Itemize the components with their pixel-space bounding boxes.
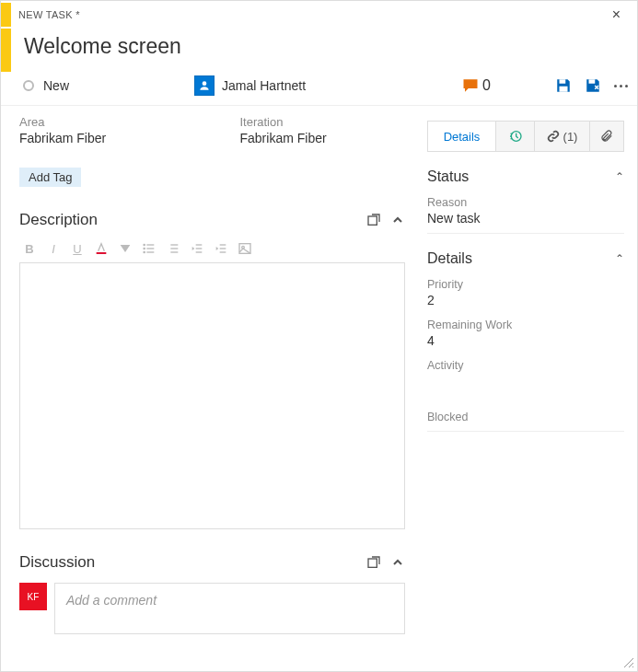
tab-details[interactable]: Details bbox=[428, 122, 496, 151]
discussion-title: Discussion bbox=[19, 553, 95, 572]
tab-attachments[interactable] bbox=[590, 122, 623, 151]
work-item-type-label: NEW TASK * bbox=[11, 6, 87, 24]
bold-icon[interactable]: B bbox=[21, 240, 38, 257]
comments-count[interactable]: 0 bbox=[462, 77, 491, 94]
info-bar: New Jamal Hartnett 0 bbox=[1, 72, 637, 106]
font-color-icon[interactable] bbox=[93, 240, 110, 257]
discussion-header: Discussion bbox=[19, 553, 405, 572]
svg-rect-15 bbox=[196, 244, 203, 245]
blocked-label: Blocked bbox=[427, 411, 624, 423]
area-value: Fabrikam Fiber bbox=[19, 131, 185, 145]
chevron-up-icon[interactable]: ⌃ bbox=[615, 170, 624, 183]
actions-toolbar bbox=[555, 77, 637, 94]
comment-input[interactable]: Add a comment bbox=[54, 583, 405, 634]
svg-point-10 bbox=[143, 251, 145, 254]
svg-rect-23 bbox=[368, 559, 377, 567]
svg-rect-9 bbox=[146, 248, 154, 249]
body: Area Fabrikam Fiber Iteration Fabrikam F… bbox=[1, 106, 637, 634]
svg-point-8 bbox=[143, 248, 145, 250]
work-item-title[interactable]: Welcome screen bbox=[11, 29, 194, 72]
state-dot-icon bbox=[23, 80, 34, 91]
description-header: Description bbox=[19, 211, 405, 229]
status-title-text: Status bbox=[427, 168, 469, 185]
work-item-color-accent bbox=[1, 29, 11, 72]
tab-history[interactable] bbox=[496, 122, 535, 151]
maximize-icon[interactable] bbox=[366, 555, 381, 570]
indent-icon[interactable] bbox=[213, 240, 229, 257]
link-icon bbox=[547, 130, 560, 143]
underline-icon[interactable]: U bbox=[69, 240, 86, 257]
svg-rect-1 bbox=[560, 79, 566, 84]
chevron-up-icon[interactable]: ⌃ bbox=[615, 252, 624, 265]
activity-label: Activity bbox=[427, 359, 624, 372]
add-tag-button[interactable]: Add Tag bbox=[19, 168, 81, 187]
remaining-work-value[interactable]: 4 bbox=[427, 333, 624, 348]
links-count: (1) bbox=[563, 130, 578, 144]
tab-links[interactable]: (1) bbox=[535, 122, 590, 151]
resize-handle-icon[interactable] bbox=[622, 656, 635, 669]
priority-label: Priority bbox=[427, 278, 624, 291]
svg-rect-13 bbox=[170, 248, 178, 249]
svg-rect-3 bbox=[589, 79, 596, 84]
outdent-icon[interactable] bbox=[189, 240, 205, 257]
svg-rect-4 bbox=[368, 216, 377, 225]
save-close-icon[interactable] bbox=[585, 77, 601, 94]
comment-count-value: 0 bbox=[482, 77, 491, 94]
svg-line-27 bbox=[632, 666, 633, 667]
activity-value[interactable] bbox=[427, 374, 624, 388]
svg-rect-12 bbox=[170, 244, 178, 245]
iteration-label: Iteration bbox=[240, 115, 406, 129]
window-header: NEW TASK * × bbox=[1, 1, 637, 29]
maximize-icon[interactable] bbox=[366, 213, 381, 227]
svg-rect-18 bbox=[220, 244, 226, 245]
comment-icon bbox=[462, 77, 479, 94]
close-button[interactable]: × bbox=[605, 3, 628, 27]
details-title-text: Details bbox=[427, 250, 472, 267]
current-user-badge: KF bbox=[19, 583, 47, 610]
save-icon[interactable] bbox=[555, 77, 572, 94]
more-actions-button[interactable] bbox=[614, 85, 628, 87]
attachment-icon bbox=[600, 130, 613, 143]
clear-format-icon[interactable] bbox=[117, 240, 133, 257]
reason-label: Reason bbox=[427, 196, 624, 209]
work-item-color-accent bbox=[1, 3, 11, 27]
svg-rect-14 bbox=[170, 251, 178, 252]
details-panel: Details ⌃ Priority 2 Remaining Work 4 Ac… bbox=[427, 250, 624, 432]
main-column: Area Fabrikam Fiber Iteration Fabrikam F… bbox=[19, 115, 405, 634]
side-tabs: Details (1) bbox=[427, 121, 624, 152]
reason-value[interactable]: New task bbox=[427, 211, 624, 226]
svg-rect-20 bbox=[220, 251, 226, 252]
remaining-work-label: Remaining Work bbox=[427, 319, 624, 331]
priority-value[interactable]: 2 bbox=[427, 293, 624, 307]
rich-text-toolbar: B I U bbox=[19, 238, 405, 259]
svg-rect-7 bbox=[146, 244, 154, 245]
area-label: Area bbox=[19, 115, 185, 129]
bullet-list-icon[interactable] bbox=[141, 240, 157, 257]
avatar-icon bbox=[194, 75, 215, 96]
iteration-field[interactable]: Iteration Fabrikam Fiber bbox=[240, 115, 406, 145]
svg-rect-16 bbox=[196, 248, 203, 249]
status-panel-title: Status ⌃ bbox=[427, 168, 624, 185]
assignee-name: Jamal Hartnett bbox=[222, 78, 306, 93]
description-title: Description bbox=[19, 211, 98, 229]
chevron-up-icon[interactable] bbox=[390, 213, 405, 227]
details-panel-title: Details ⌃ bbox=[427, 250, 624, 267]
assignee-picker[interactable]: Jamal Hartnett bbox=[194, 75, 415, 96]
italic-icon[interactable]: I bbox=[45, 240, 62, 257]
description-editor[interactable] bbox=[19, 262, 405, 529]
image-icon[interactable] bbox=[237, 240, 253, 257]
side-column: Details (1) Status ⌃ Reason New task Det… bbox=[427, 115, 624, 634]
number-list-icon[interactable] bbox=[165, 240, 181, 257]
svg-point-0 bbox=[203, 81, 207, 86]
area-field[interactable]: Area Fabrikam Fiber bbox=[19, 115, 185, 145]
svg-rect-11 bbox=[146, 251, 154, 252]
state-picker[interactable]: New bbox=[1, 78, 185, 93]
history-icon bbox=[508, 129, 523, 144]
classification-row: Area Fabrikam Fiber Iteration Fabrikam F… bbox=[19, 115, 405, 145]
title-row: Welcome screen bbox=[1, 29, 637, 72]
state-value: New bbox=[43, 78, 69, 93]
chevron-up-icon[interactable] bbox=[390, 555, 405, 570]
svg-rect-2 bbox=[560, 87, 568, 92]
status-panel: Status ⌃ Reason New task bbox=[427, 168, 624, 234]
iteration-value: Fabrikam Fiber bbox=[240, 131, 406, 145]
